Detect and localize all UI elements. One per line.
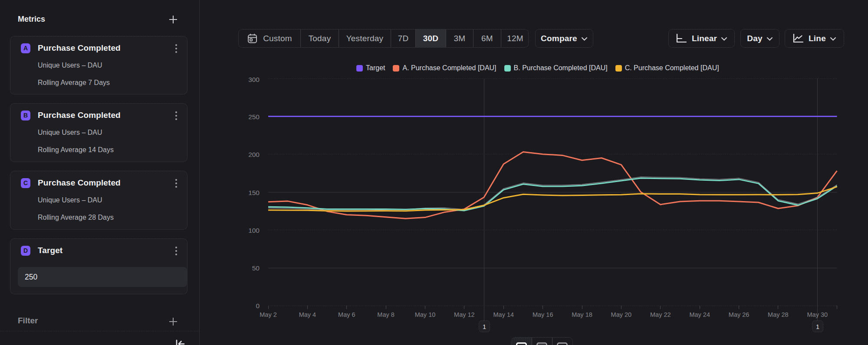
svg-text:May 30: May 30 xyxy=(807,311,828,318)
svg-text:May 12: May 12 xyxy=(454,311,475,318)
svg-text:May 14: May 14 xyxy=(493,311,514,318)
svg-text:May 10: May 10 xyxy=(415,311,436,318)
svg-text:May 20: May 20 xyxy=(611,311,632,318)
svg-text:May 18: May 18 xyxy=(572,311,592,318)
svg-text:May 2: May 2 xyxy=(260,311,277,318)
svg-text:1: 1 xyxy=(483,323,486,330)
svg-text:May 24: May 24 xyxy=(689,311,710,318)
svg-text:May 4: May 4 xyxy=(299,311,316,318)
svg-text:May 26: May 26 xyxy=(729,311,750,318)
svg-text:May 8: May 8 xyxy=(377,311,395,318)
svg-text:150: 150 xyxy=(248,189,260,196)
svg-text:200: 200 xyxy=(248,151,260,158)
svg-text:1: 1 xyxy=(816,323,819,330)
svg-text:100: 100 xyxy=(248,227,260,234)
svg-text:May 16: May 16 xyxy=(533,311,553,318)
svg-text:May 28: May 28 xyxy=(768,311,789,318)
svg-text:250: 250 xyxy=(248,113,260,120)
svg-text:300: 300 xyxy=(248,76,260,83)
svg-text:50: 50 xyxy=(252,264,260,272)
svg-text:May 22: May 22 xyxy=(650,311,671,318)
svg-text:May 6: May 6 xyxy=(338,311,355,318)
svg-text:0: 0 xyxy=(256,302,260,309)
